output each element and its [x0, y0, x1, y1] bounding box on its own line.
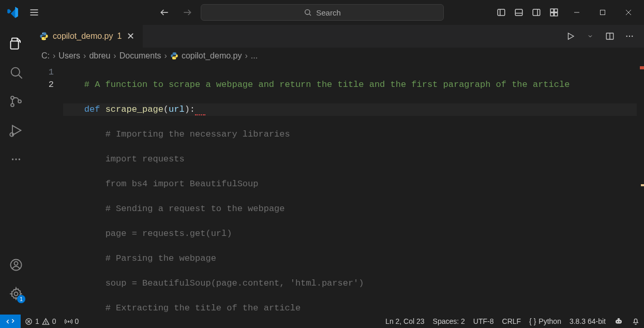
toggle-primary-sidebar-icon[interactable] — [493, 4, 510, 21]
crumb[interactable]: Documents — [119, 51, 161, 61]
chevron-right-icon: › — [53, 51, 55, 61]
chevron-right-icon: › — [245, 51, 247, 61]
code-text: # A function to scrape a webpage and ret… — [84, 80, 570, 90]
search-sidebar-icon[interactable] — [4, 60, 28, 85]
eol-status[interactable]: CRLF — [498, 315, 526, 328]
vscode-logo-icon — [4, 4, 21, 21]
ghost-text: import requests — [106, 154, 185, 164]
activity-bar: 1 — [0, 25, 32, 315]
svg-point-36 — [45, 39, 46, 40]
hamburger-menu-icon[interactable] — [25, 3, 43, 22]
svg-line-23 — [19, 75, 22, 78]
explorer-icon[interactable] — [4, 31, 28, 56]
remote-button[interactable] — [0, 315, 21, 328]
svg-rect-15 — [550, 13, 553, 16]
crumb[interactable]: Users — [58, 51, 80, 61]
nav-forward-button[interactable] — [178, 3, 197, 22]
error-count: 1 — [35, 317, 39, 325]
braces-icon: { } — [529, 317, 536, 325]
accounts-icon[interactable] — [4, 252, 28, 277]
svg-marker-37 — [568, 33, 574, 39]
code-text: : — [190, 105, 195, 114]
search-placeholder: Search — [316, 8, 341, 17]
warning-icon — [42, 318, 50, 325]
problems-status[interactable]: 1 0 — [21, 315, 61, 328]
code-text: url — [169, 105, 185, 114]
broadcast-icon — [65, 318, 72, 325]
svg-point-25 — [11, 103, 14, 107]
editor-more-icon[interactable] — [622, 29, 637, 43]
status-bar: 1 0 0 Ln 2, Col 23 Spaces: 2 UTF-8 CRLF … — [0, 315, 644, 328]
svg-point-34 — [14, 292, 18, 296]
notifications-icon[interactable] — [627, 315, 644, 328]
indentation-status[interactable]: Spaces: 2 — [429, 315, 469, 328]
minimize-button[interactable] — [565, 3, 588, 22]
title-bar: Search — [0, 0, 644, 25]
maximize-button[interactable] — [591, 3, 614, 22]
code-text: ) — [185, 105, 190, 114]
crumb-file[interactable]: copilot_demo.py — [182, 51, 242, 61]
error-squiggle — [195, 105, 205, 115]
tab-filename: copilot_demo.py — [53, 32, 113, 41]
python-file-icon — [39, 32, 49, 41]
more-icon[interactable] — [4, 147, 28, 172]
nav-back-button[interactable] — [155, 3, 174, 22]
svg-point-40 — [626, 36, 627, 37]
code-text: scrape_page — [106, 105, 163, 114]
encoding-status[interactable]: UTF-8 — [469, 315, 498, 328]
svg-point-47 — [46, 323, 46, 323]
svg-rect-49 — [616, 320, 622, 324]
minimap[interactable] — [637, 64, 644, 315]
ghost-text: from bs4 import BeautifulSoup — [106, 179, 259, 189]
run-dropdown-icon[interactable] — [583, 29, 597, 43]
line-number: 2 — [32, 79, 54, 91]
svg-rect-14 — [555, 9, 558, 12]
tab-copilot-demo[interactable]: copilot_demo.py 1 ✕ — [32, 25, 143, 48]
close-tab-icon[interactable]: ✕ — [126, 29, 136, 43]
cursor-position[interactable]: Ln 2, Col 23 — [381, 315, 429, 328]
run-debug-icon[interactable] — [4, 118, 28, 143]
settings-gear-icon[interactable]: 1 — [4, 281, 28, 306]
svg-line-6 — [309, 14, 311, 16]
toggle-secondary-sidebar-icon[interactable] — [528, 4, 545, 21]
ports-count: 0 — [75, 317, 79, 325]
crumb-tail[interactable]: ... — [251, 51, 258, 61]
python-file-icon — [170, 52, 178, 60]
code-editor[interactable]: 1 2 # A function to scrape a webpage and… — [32, 64, 644, 315]
ghost-text: # Sending a request to the webpage — [106, 204, 285, 214]
chevron-right-icon: › — [113, 51, 116, 61]
toggle-panel-icon[interactable] — [511, 4, 527, 21]
svg-point-51 — [619, 321, 620, 322]
command-center-search[interactable]: Search — [201, 4, 444, 21]
ports-status[interactable]: 0 — [61, 315, 83, 328]
svg-rect-18 — [601, 10, 605, 15]
svg-point-31 — [19, 158, 20, 160]
python-interpreter[interactable]: 3.8.3 64-bit — [565, 315, 610, 328]
svg-point-33 — [14, 262, 18, 265]
code-text: def — [84, 105, 106, 114]
close-button[interactable] — [617, 3, 640, 22]
svg-point-30 — [15, 158, 17, 160]
crumb[interactable]: C: — [41, 51, 50, 61]
language-mode[interactable]: { }Python — [525, 315, 565, 328]
editor-area: copilot_demo.py 1 ✕ C:› Users› dbreu› Do… — [32, 25, 644, 315]
breadcrumbs[interactable]: C:› Users› dbreu› Documents› copilot_dem… — [32, 48, 644, 64]
svg-point-22 — [11, 68, 20, 76]
run-file-button[interactable] — [563, 29, 578, 43]
crumb[interactable]: dbreu — [89, 51, 110, 61]
ghost-text: # Importing the necessary libraries — [106, 129, 290, 139]
code-content[interactable]: # A function to scrape a webpage and ret… — [63, 64, 637, 315]
tab-bar: copilot_demo.py 1 ✕ — [32, 25, 644, 48]
split-editor-icon[interactable] — [603, 29, 617, 43]
svg-point-42 — [632, 36, 633, 37]
svg-point-41 — [629, 36, 630, 37]
svg-rect-52 — [618, 318, 620, 320]
chevron-right-icon: › — [164, 51, 167, 61]
source-control-icon[interactable] — [4, 89, 28, 114]
svg-rect-13 — [550, 9, 553, 12]
copilot-status-icon[interactable] — [610, 315, 627, 328]
svg-rect-21 — [11, 41, 19, 49]
customize-layout-icon[interactable] — [546, 4, 562, 21]
svg-point-5 — [305, 10, 310, 14]
minimap-change-marker — [641, 184, 644, 186]
